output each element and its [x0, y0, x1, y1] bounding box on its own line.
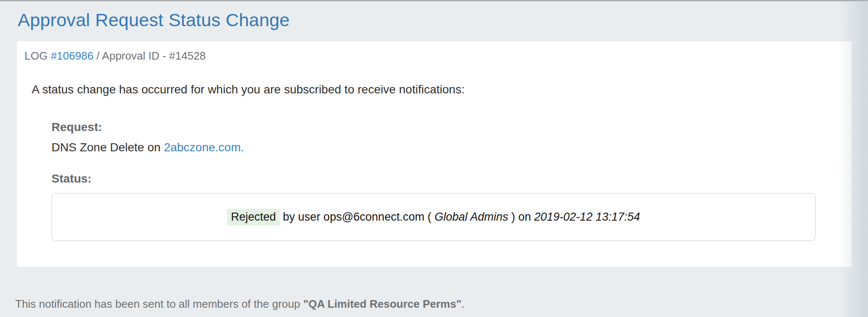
footer-group-name: "QA Limited Resource Perms" — [303, 298, 461, 310]
log-label: LOG — [24, 49, 51, 62]
breadcrumb-log-line: LOG #106986 / Approval ID - #14528 — [24, 49, 852, 63]
zone-link[interactable]: 2abczone.com. — [164, 141, 244, 154]
footer-notice: This notification has been sent to all m… — [15, 297, 868, 311]
footer-suffix-text: . — [461, 298, 464, 310]
notification-card: LOG #106986 / Approval ID - #14528 A sta… — [17, 41, 852, 267]
status-on-text: ) on — [508, 210, 534, 224]
approval-id-label: / Approval ID - #14528 — [93, 49, 206, 62]
log-number-link[interactable]: #106986 — [51, 49, 93, 62]
status-group-name: Global Admins — [434, 210, 508, 224]
top-divider-rule — [0, 0, 868, 1]
status-result-badge: Rejected — [227, 209, 280, 226]
notification-page: { "colors": { "page_bg": "#e9edf0", "car… — [0, 0, 868, 317]
request-text: DNS Zone Delete on — [52, 141, 164, 154]
status-by-user-text: by user ops@6connect.com ( — [280, 210, 435, 224]
page-title: Approval Request Status Change — [18, 9, 868, 30]
status-datetime: 2019-02-12 13:17:54 — [534, 210, 640, 224]
request-description: DNS Zone Delete on 2abczone.com. — [52, 140, 852, 155]
status-box: Rejected by user ops@6connect.com ( Glob… — [52, 193, 816, 241]
status-label: Status: — [52, 172, 852, 186]
footer-prefix-text: This notification has been sent to all m… — [15, 298, 303, 310]
intro-text: A status change has occurred for which y… — [32, 82, 852, 97]
details-block: Request: DNS Zone Delete on 2abczone.com… — [52, 120, 852, 241]
request-label: Request: — [52, 120, 852, 134]
